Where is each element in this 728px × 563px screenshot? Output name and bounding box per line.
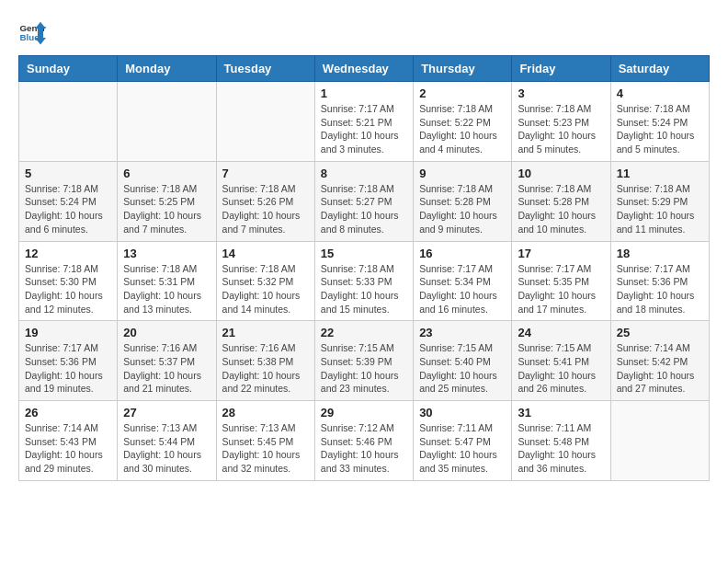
day-number: 26: [25, 406, 111, 419]
calendar-cell: 7Sunrise: 7:18 AMSunset: 5:26 PMDaylight…: [216, 161, 314, 241]
day-info: Sunrise: 7:15 AMSunset: 5:40 PMDaylight:…: [419, 341, 506, 396]
day-info: Sunrise: 7:17 AMSunset: 5:21 PMDaylight:…: [321, 102, 407, 156]
calendar-cell: 9Sunrise: 7:18 AMSunset: 5:28 PMDaylight…: [414, 161, 512, 241]
day-number: 12: [25, 247, 111, 260]
day-info: Sunrise: 7:18 AMSunset: 5:22 PMDaylight:…: [419, 102, 506, 156]
day-number: 5: [25, 167, 111, 180]
day-info: Sunrise: 7:11 AMSunset: 5:48 PMDaylight:…: [518, 421, 604, 476]
weekday-header-monday: Monday: [118, 56, 216, 82]
day-number: 1: [321, 86, 407, 100]
calendar-cell: 3Sunrise: 7:18 AMSunset: 5:23 PMDaylight…: [512, 82, 610, 162]
day-info: Sunrise: 7:18 AMSunset: 5:25 PMDaylight:…: [123, 182, 210, 236]
weekday-header-saturday: Saturday: [610, 56, 709, 82]
day-info: Sunrise: 7:14 AMSunset: 5:43 PMDaylight:…: [25, 421, 111, 476]
day-number: 20: [123, 326, 210, 339]
calendar-cell: 12Sunrise: 7:18 AMSunset: 5:30 PMDayligh…: [19, 241, 118, 321]
day-info: Sunrise: 7:18 AMSunset: 5:23 PMDaylight:…: [518, 102, 604, 156]
day-number: 16: [419, 247, 506, 260]
calendar-cell: 28Sunrise: 7:13 AMSunset: 5:45 PMDayligh…: [216, 401, 314, 481]
calendar-cell: 21Sunrise: 7:16 AMSunset: 5:38 PMDayligh…: [216, 321, 314, 401]
calendar-cell: 1Sunrise: 7:17 AMSunset: 5:21 PMDaylight…: [314, 82, 413, 162]
day-number: 11: [617, 167, 703, 180]
day-info: Sunrise: 7:18 AMSunset: 5:31 PMDaylight:…: [123, 262, 210, 316]
day-info: Sunrise: 7:18 AMSunset: 5:30 PMDaylight:…: [25, 262, 111, 316]
day-number: 21: [222, 326, 309, 339]
weekday-header-wednesday: Wednesday: [314, 56, 413, 82]
calendar-cell: 25Sunrise: 7:14 AMSunset: 5:42 PMDayligh…: [610, 321, 709, 401]
day-number: 25: [617, 326, 703, 339]
calendar-cell: 20Sunrise: 7:16 AMSunset: 5:37 PMDayligh…: [118, 321, 216, 401]
calendar-cell: 16Sunrise: 7:17 AMSunset: 5:34 PMDayligh…: [414, 241, 512, 321]
calendar-cell: 23Sunrise: 7:15 AMSunset: 5:40 PMDayligh…: [414, 321, 512, 401]
day-info: Sunrise: 7:18 AMSunset: 5:28 PMDaylight:…: [419, 182, 506, 236]
day-number: 24: [518, 326, 604, 339]
day-number: 31: [518, 406, 604, 419]
calendar-cell: [19, 82, 118, 162]
day-info: Sunrise: 7:13 AMSunset: 5:45 PMDaylight:…: [222, 421, 309, 476]
day-number: 2: [419, 86, 506, 100]
day-info: Sunrise: 7:18 AMSunset: 5:27 PMDaylight:…: [321, 182, 407, 236]
day-info: Sunrise: 7:11 AMSunset: 5:47 PMDaylight:…: [419, 421, 506, 476]
day-number: 8: [321, 167, 407, 180]
calendar-cell: 19Sunrise: 7:17 AMSunset: 5:36 PMDayligh…: [19, 321, 118, 401]
page-header: General Blue: [18, 18, 710, 46]
day-info: Sunrise: 7:13 AMSunset: 5:44 PMDaylight:…: [123, 421, 210, 476]
calendar-cell: [118, 82, 216, 162]
day-info: Sunrise: 7:16 AMSunset: 5:37 PMDaylight:…: [123, 341, 210, 396]
calendar-cell: [610, 401, 709, 481]
day-number: 23: [419, 326, 506, 339]
day-info: Sunrise: 7:18 AMSunset: 5:32 PMDaylight:…: [222, 262, 309, 316]
day-number: 7: [222, 167, 309, 180]
calendar-cell: 17Sunrise: 7:17 AMSunset: 5:35 PMDayligh…: [512, 241, 610, 321]
calendar-table: SundayMondayTuesdayWednesdayThursdayFrid…: [18, 55, 710, 481]
day-number: 30: [419, 406, 506, 419]
day-number: 27: [123, 406, 210, 419]
weekday-header-friday: Friday: [512, 56, 610, 82]
day-number: 18: [617, 247, 703, 260]
day-info: Sunrise: 7:18 AMSunset: 5:26 PMDaylight:…: [222, 182, 309, 236]
day-info: Sunrise: 7:18 AMSunset: 5:24 PMDaylight:…: [25, 182, 111, 236]
calendar-week-row: 12Sunrise: 7:18 AMSunset: 5:30 PMDayligh…: [19, 241, 710, 321]
day-number: 22: [321, 326, 407, 339]
calendar-cell: 31Sunrise: 7:11 AMSunset: 5:48 PMDayligh…: [512, 401, 610, 481]
calendar-week-row: 5Sunrise: 7:18 AMSunset: 5:24 PMDaylight…: [19, 161, 710, 241]
calendar-cell: 14Sunrise: 7:18 AMSunset: 5:32 PMDayligh…: [216, 241, 314, 321]
weekday-header-row: SundayMondayTuesdayWednesdayThursdayFrid…: [19, 56, 710, 82]
day-number: 9: [419, 167, 506, 180]
svg-text:Blue: Blue: [20, 32, 40, 42]
logo-icon: General Blue: [18, 18, 46, 46]
day-number: 15: [321, 247, 407, 260]
day-number: 17: [518, 247, 604, 260]
calendar-cell: 22Sunrise: 7:15 AMSunset: 5:39 PMDayligh…: [314, 321, 413, 401]
logo: General Blue: [18, 18, 46, 46]
calendar-cell: 11Sunrise: 7:18 AMSunset: 5:29 PMDayligh…: [610, 161, 709, 241]
calendar-cell: 15Sunrise: 7:18 AMSunset: 5:33 PMDayligh…: [314, 241, 413, 321]
weekday-header-sunday: Sunday: [19, 56, 118, 82]
calendar-cell: 26Sunrise: 7:14 AMSunset: 5:43 PMDayligh…: [19, 401, 118, 481]
day-number: 13: [123, 247, 210, 260]
calendar-cell: 13Sunrise: 7:18 AMSunset: 5:31 PMDayligh…: [118, 241, 216, 321]
day-number: 10: [518, 167, 604, 180]
day-number: 19: [25, 326, 111, 339]
calendar-cell: 6Sunrise: 7:18 AMSunset: 5:25 PMDaylight…: [118, 161, 216, 241]
day-number: 14: [222, 247, 309, 260]
calendar-cell: 4Sunrise: 7:18 AMSunset: 5:24 PMDaylight…: [610, 82, 709, 162]
weekday-header-thursday: Thursday: [414, 56, 512, 82]
day-info: Sunrise: 7:16 AMSunset: 5:38 PMDaylight:…: [222, 341, 309, 396]
calendar-cell: 5Sunrise: 7:18 AMSunset: 5:24 PMDaylight…: [19, 161, 118, 241]
calendar-cell: 10Sunrise: 7:18 AMSunset: 5:28 PMDayligh…: [512, 161, 610, 241]
day-info: Sunrise: 7:15 AMSunset: 5:39 PMDaylight:…: [321, 341, 407, 396]
day-info: Sunrise: 7:17 AMSunset: 5:36 PMDaylight:…: [617, 262, 703, 316]
calendar-cell: 18Sunrise: 7:17 AMSunset: 5:36 PMDayligh…: [610, 241, 709, 321]
day-number: 29: [321, 406, 407, 419]
day-info: Sunrise: 7:17 AMSunset: 5:34 PMDaylight:…: [419, 262, 506, 316]
calendar-week-row: 1Sunrise: 7:17 AMSunset: 5:21 PMDaylight…: [19, 82, 710, 162]
calendar-cell: 2Sunrise: 7:18 AMSunset: 5:22 PMDaylight…: [414, 82, 512, 162]
day-number: 4: [617, 86, 703, 100]
day-number: 28: [222, 406, 309, 419]
day-info: Sunrise: 7:17 AMSunset: 5:36 PMDaylight:…: [25, 341, 111, 396]
day-info: Sunrise: 7:18 AMSunset: 5:24 PMDaylight:…: [617, 102, 703, 156]
calendar-cell: 8Sunrise: 7:18 AMSunset: 5:27 PMDaylight…: [314, 161, 413, 241]
day-info: Sunrise: 7:18 AMSunset: 5:28 PMDaylight:…: [518, 182, 604, 236]
calendar-cell: 24Sunrise: 7:15 AMSunset: 5:41 PMDayligh…: [512, 321, 610, 401]
